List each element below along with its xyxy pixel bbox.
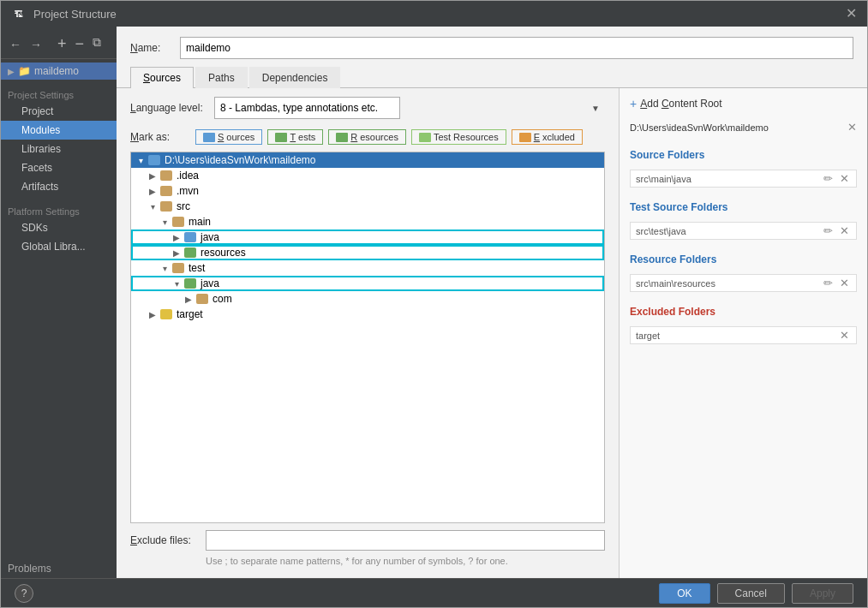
edit-source-folder-button[interactable]: ✏ <box>822 172 835 185</box>
tree-row[interactable]: ▾ java <box>131 276 604 291</box>
tree-row[interactable]: ▾ main <box>131 214 604 229</box>
mark-tests-button[interactable]: Tests <box>267 129 323 145</box>
mark-sources-button[interactable]: Sources <box>195 129 262 145</box>
tree-arrow: ▶ <box>183 295 195 304</box>
excluded-folder-path: target <box>636 331 660 341</box>
name-row: Name: <box>117 27 867 66</box>
name-input[interactable] <box>180 37 853 59</box>
dialog-title: Project Structure <box>33 8 117 21</box>
right-panel: + Add Content Root D:\Users\ideaSvnWork\… <box>619 88 867 578</box>
mark-as-row: Mark as: Sources Tests Resources <box>130 129 605 145</box>
sidebar-item-global-libs[interactable]: Global Libra... <box>1 237 117 256</box>
test-source-folder-entry: src\test\java ✏ ✕ <box>630 222 857 240</box>
tests-folder-icon <box>275 133 287 142</box>
tree-arrow: ▶ <box>171 248 183 258</box>
sources-folder-icon <box>203 133 215 142</box>
tree-label: .idea <box>177 170 199 182</box>
remove-test-source-folder-button[interactable]: ✕ <box>838 224 851 237</box>
copy-module-button[interactable]: ⧉ <box>91 33 103 55</box>
language-level-label: Language level: <box>130 102 207 114</box>
tab-paths[interactable]: Paths <box>195 67 248 88</box>
tree-row[interactable]: ▾ src <box>131 199 604 214</box>
test-source-folder-path: src\test\java <box>636 226 686 236</box>
add-module-button[interactable]: + <box>56 33 69 55</box>
tree-arrow: ▾ <box>171 279 183 289</box>
cancel-button[interactable]: Cancel <box>717 583 785 604</box>
tree-row[interactable]: ▶ target <box>131 307 604 322</box>
tree-label: java <box>201 231 219 243</box>
sidebar-item-libraries[interactable]: Libraries <box>1 140 117 158</box>
tabs-bar: Sources Paths Dependencies <box>117 66 867 88</box>
resource-folder-actions: ✏ ✕ <box>822 277 851 289</box>
nav-forward-button[interactable]: → <box>28 36 44 53</box>
tab-content: Language level: 8 - Lambdas, type annota… <box>117 88 867 578</box>
remove-excluded-folder-button[interactable]: ✕ <box>838 329 851 342</box>
tree-label: D:\Users\ideaSvnWork\maildemo <box>165 154 316 166</box>
exclude-hint: Use ; to separate name patterns, * for a… <box>130 552 605 569</box>
tab-dependencies[interactable]: Dependencies <box>249 67 341 88</box>
platform-settings-header: Platform Settings <box>1 203 117 218</box>
sidebar-item-facets[interactable]: Facets <box>1 158 117 177</box>
exclude-files-input[interactable] <box>206 530 605 551</box>
tree-row[interactable]: ▾ D:\Users\ideaSvnWork\maildemo <box>131 152 604 168</box>
tree-arrow: ▶ <box>147 310 159 319</box>
tree-arrow: ▶ <box>171 233 183 242</box>
excluded-folder-entry: target ✕ <box>630 326 857 344</box>
sidebar-item-sdks[interactable]: SDKs <box>1 218 117 237</box>
tree-label: target <box>177 308 203 320</box>
tree-row[interactable]: ▶ java <box>131 229 604 245</box>
tree-row[interactable]: ▶ resources <box>131 245 604 260</box>
language-level-select[interactable]: 8 - Lambdas, type annotations etc. <box>214 97 400 119</box>
tree-label: main <box>189 216 211 228</box>
folder-icon-root <box>148 155 160 165</box>
source-folder-actions: ✏ ✕ <box>822 172 851 185</box>
tree-row[interactable]: ▾ test <box>131 260 604 276</box>
mark-resources-button[interactable]: Resources <box>328 129 406 145</box>
title-bar: 🏗 Project Structure ✕ <box>1 1 867 27</box>
sidebar-item-modules[interactable]: Modules <box>1 121 117 140</box>
source-folders-title: Source Folders <box>630 149 857 161</box>
tree-arrow: ▾ <box>159 218 171 227</box>
remove-content-root-button[interactable]: ✕ <box>847 121 857 134</box>
remove-source-folder-button[interactable]: ✕ <box>838 172 851 185</box>
tree-arrow: ▾ <box>159 264 171 273</box>
source-folder-entry: src\main\java ✏ ✕ <box>630 170 857 188</box>
edit-test-source-folder-button[interactable]: ✏ <box>822 224 835 237</box>
mark-as-label: Mark as: <box>130 131 190 143</box>
apply-button[interactable]: Apply <box>792 583 853 604</box>
mark-test-resources-button[interactable]: Test Resources <box>411 129 506 145</box>
tree-arrow: ▶ <box>147 187 159 196</box>
module-node[interactable]: ▶ 📁 maildemo <box>1 63 117 80</box>
ok-button[interactable]: OK <box>659 583 709 604</box>
sidebar-item-project[interactable]: Project <box>1 102 117 121</box>
mark-excluded-button[interactable]: Excluded <box>512 129 583 145</box>
exclude-files-row: Exclude files: <box>130 530 605 551</box>
title-bar-left: 🏗 Project Structure <box>11 6 117 21</box>
project-settings-header: Project Settings <box>1 86 117 102</box>
tree-arrow: ▾ <box>147 202 159 212</box>
tree-label: .mvn <box>177 185 199 197</box>
problems-button[interactable]: Problems <box>1 559 117 578</box>
tab-sources[interactable]: Sources <box>130 67 194 88</box>
tree-row[interactable]: ▶ .mvn <box>131 183 604 199</box>
tree-label: src <box>177 200 190 212</box>
exclude-files-label: Exclude files: <box>130 534 199 546</box>
nav-back-button[interactable]: ← <box>8 36 23 53</box>
folder-icon-test <box>172 263 184 273</box>
tree-row[interactable]: ▶ .idea <box>131 168 604 183</box>
sidebar-item-artifacts[interactable]: Artifacts <box>1 177 117 196</box>
bottom-left: ? <box>15 584 33 603</box>
tree-arrow: ▾ <box>135 156 147 165</box>
name-label: Name: <box>130 42 173 54</box>
remove-resource-folder-button[interactable]: ✕ <box>838 277 851 289</box>
remove-module-button[interactable]: − <box>74 33 87 55</box>
help-button[interactable]: ? <box>15 584 33 603</box>
tree-label: java <box>201 277 219 289</box>
problems-section: Problems <box>1 559 117 578</box>
tree-row[interactable]: ▶ com <box>131 291 604 307</box>
edit-resource-folder-button[interactable]: ✏ <box>822 277 835 289</box>
add-content-root-button[interactable]: + Add Content Root <box>630 97 857 110</box>
project-structure-dialog: 🏗 Project Structure ✕ ← → + − ⧉ ▶ 📁 mail… <box>0 0 868 608</box>
close-button[interactable]: ✕ <box>846 7 857 21</box>
file-tree[interactable]: ▾ D:\Users\ideaSvnWork\maildemo ▶ .idea <box>130 152 605 523</box>
